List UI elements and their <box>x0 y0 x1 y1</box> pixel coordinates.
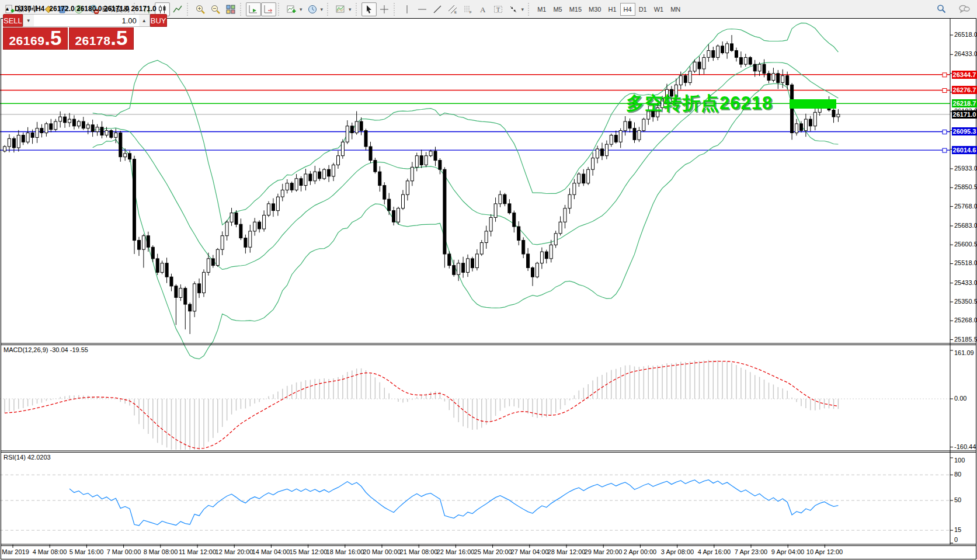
candle-body <box>189 304 192 311</box>
candle-body <box>364 131 367 147</box>
volume-decrease-button[interactable]: ▼ <box>23 15 34 26</box>
candle-body <box>781 76 784 83</box>
candle-body <box>105 131 108 135</box>
rsi-tick-label: 15 <box>954 526 961 533</box>
candle-body <box>517 227 520 241</box>
candle-body <box>156 259 159 273</box>
rsi-tick-label: 100 <box>954 457 965 464</box>
candle-body <box>4 147 6 151</box>
candle-body <box>573 183 576 195</box>
candle-body <box>638 131 641 140</box>
time-axis-label: 2 Apr 00:00 <box>624 548 656 555</box>
price-level-label: 26218.7 <box>952 99 977 107</box>
time-axis-label: 11 Mar 12:00 <box>179 548 216 555</box>
time-axis-label: 18 Mar 16:00 <box>326 548 364 555</box>
candle-body <box>813 112 816 126</box>
candle-body <box>721 46 724 53</box>
line-handle[interactable] <box>943 89 947 93</box>
candle-body <box>142 236 145 250</box>
candle-body <box>114 133 117 138</box>
candle-body <box>50 124 53 130</box>
candle-body <box>175 286 178 298</box>
candle-body <box>439 161 441 170</box>
sell-button[interactable]: SELL <box>3 14 23 27</box>
line-handle[interactable] <box>943 148 947 152</box>
buy-button[interactable]: BUY <box>150 14 167 27</box>
candle-body <box>244 238 247 248</box>
candle-body <box>369 147 372 161</box>
candle-body <box>31 133 34 138</box>
highlight-rectangle[interactable] <box>790 99 836 109</box>
candle-body <box>360 121 363 131</box>
candle-body <box>633 128 636 140</box>
candle-body <box>235 213 238 225</box>
line-handle[interactable] <box>943 130 947 134</box>
candle-body <box>837 114 840 117</box>
candle-body <box>211 259 214 266</box>
time-axis-label: 12 Mar 20:00 <box>215 548 253 555</box>
price-tick-label: 26518.0 <box>954 31 977 38</box>
price-tick-label: 25518.0 <box>954 259 977 266</box>
candle-body <box>411 167 413 181</box>
candle-body <box>8 138 11 147</box>
candle-body <box>397 208 400 222</box>
panel-collapse-icon[interactable]: ▲ <box>5 6 10 12</box>
chart-text-annotation[interactable]: 多空转折点26218 <box>626 91 773 116</box>
candle-body <box>489 217 492 231</box>
volume-increase-button[interactable]: ▲ <box>139 15 149 26</box>
candle-body <box>249 231 252 247</box>
candle-body <box>767 74 770 81</box>
rsi-tick-label: 0 <box>954 536 958 543</box>
candle-body <box>731 44 733 51</box>
price-tick-label: 25268.0 <box>954 316 977 324</box>
candle-body <box>355 121 358 133</box>
candle-body <box>795 124 798 133</box>
chart-canvas[interactable] <box>0 0 977 560</box>
candle-body <box>96 127 99 132</box>
price-tick-label: 25600.5 <box>954 241 977 248</box>
candle-body <box>735 51 738 58</box>
candle-body <box>753 64 756 71</box>
candle-body <box>221 236 224 250</box>
candle-body <box>610 135 613 145</box>
time-axis-label: 25 Mar 20:00 <box>474 548 512 555</box>
macd-tick-label: -160.44 <box>954 443 976 450</box>
price-tick-label: 26433.0 <box>954 50 977 57</box>
candle-body <box>110 131 113 138</box>
candle-body <box>467 259 470 273</box>
candle-body <box>619 131 622 142</box>
candle-body <box>448 254 451 266</box>
candle-body <box>300 179 303 186</box>
candle-body <box>508 204 511 213</box>
candle-body <box>341 142 344 156</box>
time-axis-label: 7 Mar 00:00 <box>107 548 141 555</box>
candle-body <box>462 263 465 273</box>
candle-body <box>712 51 715 58</box>
candle-body <box>564 208 566 222</box>
sell-price[interactable]: 26169.5 <box>3 27 68 50</box>
price-tick-label: 25185.5 <box>954 336 977 343</box>
candle-body <box>216 249 219 265</box>
candle-body <box>800 124 803 131</box>
candle-body <box>22 135 25 142</box>
candle-body <box>151 247 154 259</box>
candle-body <box>499 194 502 204</box>
time-axis-label: 20 Mar 00:00 <box>363 548 401 555</box>
mt4-window: 新订单 自动交易 <box>0 0 977 560</box>
candle-body <box>198 284 201 293</box>
buy-price[interactable]: 26178.5 <box>69 27 134 50</box>
macd-tick-label: 161.09 <box>954 349 974 356</box>
candle-body <box>170 277 173 286</box>
candle-body <box>332 165 335 176</box>
candle-body <box>161 263 164 273</box>
volume-input[interactable] <box>34 15 139 26</box>
price-tick-label: 25850.5 <box>954 183 977 190</box>
candle-body <box>545 252 548 259</box>
candle-body <box>328 169 331 176</box>
candle-body <box>739 57 742 64</box>
line-handle[interactable] <box>943 73 947 77</box>
candle-body <box>758 64 761 71</box>
candle-body <box>513 213 516 227</box>
rsi-line <box>69 480 838 526</box>
candle-body <box>40 128 43 133</box>
